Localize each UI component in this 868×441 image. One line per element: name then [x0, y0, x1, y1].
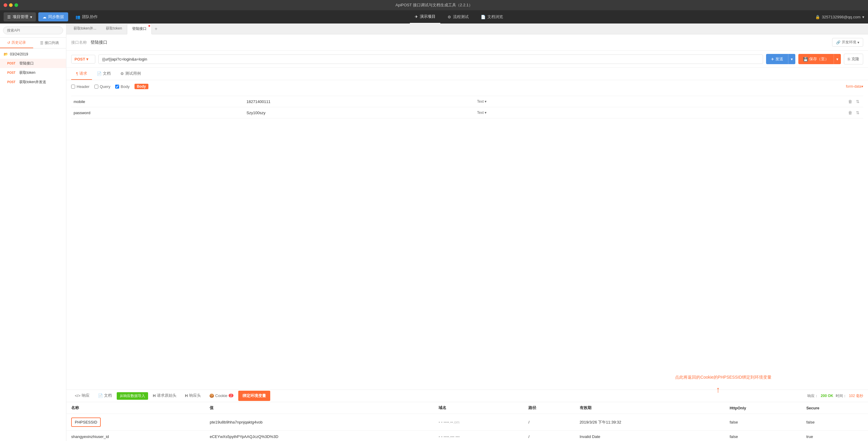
history-tab[interactable]: ↺ 历史记录: [0, 38, 33, 48]
sort-mobile-button[interactable]: ⇅: [855, 99, 861, 104]
env-button[interactable]: 🔗 开发环境 ▾: [832, 38, 863, 47]
req-tab-doc[interactable]: 📄 文档: [92, 68, 116, 80]
form-data-dropdown[interactable]: form-data▾: [846, 84, 863, 89]
cookie-httponly-userid: false: [725, 431, 801, 441]
phpsessid-label: PHPSESSID: [71, 417, 101, 427]
request-tabs: ¶ 请求 📄 文档 ⚙ 测试用例: [66, 68, 868, 80]
bind-env-var-button[interactable]: 绑定环境变量: [238, 391, 270, 401]
cookie-expiry-phpsessid: 2019/3/26 下午11:39:32: [575, 414, 725, 431]
sync-data-button[interactable]: ☁ 同步数据: [38, 12, 68, 22]
response-time: 102 毫秒: [849, 394, 863, 399]
sidebar-tabs: ↺ 历史记录 ☰ 接口列表: [0, 38, 66, 48]
search-input[interactable]: [3, 27, 63, 34]
tab-add-button[interactable]: +: [152, 24, 160, 33]
cookie-row-phpsessid: PHPSESSID pte19u8b9hha7npnjqaktg4vob ▪ ▪…: [66, 414, 868, 431]
code-icon: </>: [75, 394, 81, 398]
query-checkbox[interactable]: Query: [94, 84, 111, 89]
send-button-group: ✈ 发送 ▾: [766, 54, 795, 64]
cookie-value-userid: eCEYwXs5pythPYpAAQJczQ%3D%3D: [205, 431, 434, 441]
import-data-button[interactable]: 从响应数据导入: [117, 392, 148, 400]
param-value-mobile: 18271400111: [244, 96, 475, 107]
delete-mobile-button[interactable]: 🗑: [847, 99, 854, 104]
param-row-mobile: mobile 18271400111 Text ▾ 🗑 ⇅: [71, 96, 863, 107]
sidebar-item-gettoken[interactable]: POST 获取token: [0, 68, 66, 77]
param-type-mobile[interactable]: Text ▾: [475, 96, 714, 107]
header-checkbox[interactable]: Header: [71, 84, 90, 89]
team-collab-nav[interactable]: 👥 团队协作: [70, 10, 102, 24]
cookie-icon: 🍪: [209, 394, 214, 398]
cookie-domain-userid: ▪ ▪ ▪▪▪▪.▪▪▪ ▪▪▪: [434, 431, 524, 441]
sidebar-item-gettoken-send[interactable]: POST 获取token并发送: [0, 77, 66, 87]
res-tab-doc[interactable]: 📄 文档: [94, 390, 116, 402]
param-value-password: Szy100szy: [244, 107, 475, 118]
req-tab-testcase[interactable]: ⚙ 测试用例: [116, 68, 146, 80]
flow-test-nav[interactable]: ⚙ 流程测试: [443, 10, 473, 24]
response-area: 点此将返回的Cookie的PHPSESSID绑定到环境变量 ↑ </> 响应 📄…: [66, 389, 868, 441]
url-row: POST ▾ ✈ 发送 ▾ 💾 保存（至） ▾: [66, 50, 868, 68]
tab-gettoken-send[interactable]: 获取token并...: [69, 24, 101, 34]
send-dropdown-button[interactable]: ▾: [788, 54, 795, 64]
minimize-button[interactable]: [9, 3, 13, 7]
folder-icon: 📂: [4, 52, 8, 56]
params-area: Header Query Body Body form-data▾: [66, 80, 868, 389]
api-name-label: 接口名称: [71, 40, 87, 45]
flow-icon: ⚙: [447, 15, 451, 19]
cloud-icon: ☁: [42, 15, 46, 19]
save-button[interactable]: 💾 保存（至）: [798, 54, 834, 64]
sidebar-group-header[interactable]: 📂 03/24/2019: [0, 50, 66, 59]
user-menu[interactable]: 🔒 3257132998@qq.com ▾: [815, 15, 864, 19]
api-name-row: 接口名称 🔗 开发环境 ▾: [66, 34, 868, 50]
response-tabs: </> 响应 📄 文档 从响应数据导入 H 请求原始头 H 响应头: [66, 390, 868, 402]
col-actions-header: [714, 92, 863, 96]
clone-icon: ⎘: [848, 57, 850, 62]
sort-password-button[interactable]: ⇅: [855, 110, 861, 116]
app-title: ApiPOST 接口调试与文档生成工具（2.2.1）: [395, 3, 472, 7]
cookie-col-path: 路径: [524, 402, 575, 414]
dropdown-icon: ▾: [30, 15, 32, 19]
tab-dot: [148, 25, 150, 27]
window-controls[interactable]: [4, 3, 18, 7]
res-tab-res-header[interactable]: H 响应头: [181, 390, 204, 402]
chevron-down-icon: ▾: [86, 57, 88, 62]
req-tab-request[interactable]: ¶ 请求: [71, 68, 92, 80]
cookie-col-name: 名称: [66, 402, 205, 414]
save-dropdown-button[interactable]: ▾: [834, 54, 841, 64]
close-button[interactable]: [4, 3, 7, 7]
api-list-tab[interactable]: ☰ 接口列表: [33, 38, 66, 48]
maximize-button[interactable]: [14, 3, 18, 7]
method-badge: POST: [7, 62, 17, 65]
body-badge: Body: [134, 84, 148, 89]
cookie-httponly-phpsessid: false: [725, 414, 801, 431]
cookie-col-secure: Secure: [801, 402, 868, 414]
cookie-table: 名称 值 域名 路径 有效期 HttpOnly Secure PHPSES: [66, 402, 868, 441]
param-type-password[interactable]: Text ▾: [475, 107, 714, 118]
res-tab-raw-header[interactable]: H 请求原始头: [149, 390, 180, 402]
main-layout: ↺ 历史记录 ☰ 接口列表 📂 03/24/2019 POST 登陆接口 POS…: [0, 24, 868, 441]
link-icon: 🔗: [836, 40, 841, 44]
api-name-input[interactable]: [91, 40, 829, 45]
tab-login[interactable]: 登陆接口: [127, 24, 152, 34]
sidebar-group: 📂 03/24/2019 POST 登陆接口 POST 获取token POST…: [0, 48, 66, 88]
sidebar-search-container: [0, 24, 66, 38]
col-name-header: [71, 92, 244, 96]
send-button[interactable]: ✈ 发送: [766, 54, 788, 64]
url-input[interactable]: [98, 55, 763, 64]
sidebar-item-login[interactable]: POST 登陆接口: [0, 59, 66, 68]
delete-password-button[interactable]: 🗑: [847, 110, 854, 116]
method-select[interactable]: POST ▾: [71, 55, 95, 64]
cookie-domain-phpsessid: ▪ ▪ ▪▪▪▪.▪▪.om: [434, 414, 524, 431]
team-icon: 👥: [75, 15, 80, 19]
cookie-path-userid: /: [524, 431, 575, 441]
res-tab-cookie[interactable]: 🍪 Cookie 2: [206, 391, 237, 402]
clone-button[interactable]: ⎘ 克隆: [844, 54, 863, 64]
body-checkbox[interactable]: Body: [115, 84, 130, 89]
cookie-secure-phpsessid: false: [801, 414, 868, 431]
doc-browse-nav[interactable]: 📄 文档浏览: [476, 10, 508, 24]
project-mgmt-button[interactable]: ☰ 项目管理 ▾: [4, 12, 36, 22]
tab-gettoken[interactable]: 获取token: [101, 24, 127, 34]
send-icon: ✈: [771, 57, 774, 62]
res-tab-response[interactable]: </> 响应: [71, 390, 93, 402]
demo-project-nav[interactable]: ✈ 演示项目: [410, 10, 440, 24]
sidebar: ↺ 历史记录 ☰ 接口列表 📂 03/24/2019 POST 登陆接口 POS…: [0, 24, 66, 441]
content-area: 获取token并... 获取token 登陆接口 + 接口名称 🔗 开发环境 ▾: [66, 24, 868, 441]
